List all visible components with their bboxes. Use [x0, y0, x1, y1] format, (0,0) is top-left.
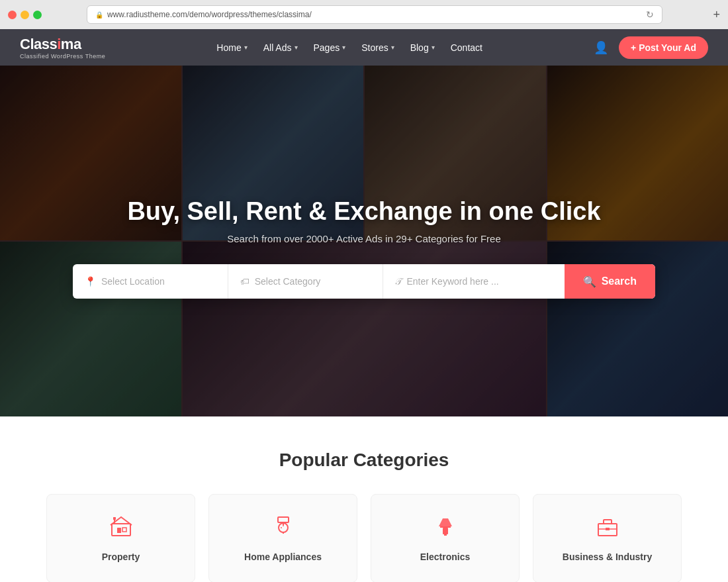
category-field[interactable]: 🏷 Select Category — [228, 264, 384, 299]
svg-rect-1 — [117, 528, 121, 533]
svg-rect-17 — [606, 528, 610, 530]
hero-title: Buy, Sell, Rent & Exchange in one Click — [127, 197, 600, 227]
svg-rect-15 — [604, 520, 612, 524]
dot-green[interactable] — [33, 11, 42, 19]
property-icon — [109, 514, 133, 544]
section-title: Popular Categories — [20, 450, 708, 471]
appliances-label: Home Appliances — [244, 552, 322, 562]
category-property[interactable]: Property — [46, 494, 195, 582]
category-business[interactable]: Business & Industry — [533, 494, 682, 582]
post-ad-button[interactable]: + Post Your Ad — [619, 36, 708, 59]
appliances-icon — [271, 514, 295, 544]
refresh-button[interactable]: ↻ — [646, 9, 654, 20]
chevron-icon: ▾ — [295, 44, 298, 51]
nav-home[interactable]: Home ▾ — [216, 42, 247, 53]
lock-icon: 🔒 — [95, 11, 103, 19]
logo[interactable]: Classima Classified WordPress Theme — [20, 36, 105, 60]
property-label: Property — [102, 552, 140, 562]
keyword-icon: 𝒯 — [395, 276, 401, 287]
address-bar[interactable]: 🔒 www.radiustheme.com/demo/wordpress/the… — [87, 5, 662, 24]
user-icon[interactable]: 👤 — [594, 40, 608, 55]
electronics-label: Electronics — [420, 552, 470, 562]
logo-tagline: Classified WordPress Theme — [20, 53, 105, 60]
svg-rect-2 — [122, 528, 126, 532]
svg-rect-13 — [444, 534, 447, 536]
business-icon — [596, 514, 619, 544]
nav-contact[interactable]: Contact — [451, 42, 482, 53]
search-bar: 📍 Select Location 🏷 Select Category 𝒯 🔍 … — [73, 264, 655, 299]
category-electronics[interactable]: Electronics — [371, 494, 520, 582]
svg-rect-12 — [443, 528, 448, 534]
category-placeholder: Select Category — [255, 276, 321, 287]
location-icon: 📍 — [85, 276, 96, 287]
browser-chrome: 🔒 www.radiustheme.com/demo/wordpress/the… — [0, 0, 728, 24]
location-placeholder: Select Location — [101, 276, 165, 287]
dot-yellow[interactable] — [21, 11, 29, 19]
nav-pages[interactable]: Pages ▾ — [314, 42, 346, 53]
svg-rect-11 — [440, 526, 451, 528]
business-label: Business & Industry — [563, 552, 652, 562]
svg-rect-5 — [278, 517, 289, 522]
nav-blog[interactable]: Blog ▾ — [410, 42, 435, 53]
browser-titlebar: 🔒 www.radiustheme.com/demo/wordpress/the… — [8, 5, 720, 24]
electronics-icon — [433, 514, 457, 544]
dot-red[interactable] — [8, 11, 17, 19]
website: Classima Classified WordPress Theme Home… — [0, 29, 728, 582]
search-label: Search — [602, 275, 637, 287]
keyword-input[interactable] — [406, 276, 552, 287]
url-text: www.radiustheme.com/demo/wordpress/theme… — [107, 10, 312, 19]
categories-grid: Property Home Appliances — [46, 494, 682, 582]
nav-all-ads[interactable]: All Ads ▾ — [263, 42, 298, 53]
nav-stores[interactable]: Stores ▾ — [361, 42, 394, 53]
location-field[interactable]: 📍 Select Location — [73, 264, 228, 299]
hero-overlay: Buy, Sell, Rent & Exchange in one Click … — [0, 66, 728, 416]
logo-name: Classima — [20, 36, 105, 53]
chevron-icon: ▾ — [244, 44, 248, 51]
nav-links: Home ▾ All Ads ▾ Pages ▾ Stores ▾ Blog ▾… — [216, 42, 482, 53]
navbar: Classima Classified WordPress Theme Home… — [0, 29, 728, 66]
browser-dots — [8, 11, 42, 19]
chevron-icon: ▾ — [391, 44, 394, 51]
search-button[interactable]: 🔍 Search — [565, 264, 655, 299]
keyword-field[interactable]: 𝒯 — [383, 264, 564, 299]
chevron-icon: ▾ — [432, 44, 435, 51]
category-home-appliances[interactable]: Home Appliances — [208, 494, 357, 582]
chevron-icon: ▾ — [342, 44, 345, 51]
hero-section: Buy, Sell, Rent & Exchange in one Click … — [0, 66, 728, 416]
category-icon: 🏷 — [240, 276, 250, 287]
search-icon: 🔍 — [583, 275, 596, 288]
hero-subtitle: Search from over 2000+ Active Ads in 29+… — [227, 233, 501, 244]
svg-rect-4 — [113, 517, 116, 520]
categories-section: Popular Categories Property — [0, 416, 728, 582]
new-tab-button[interactable]: + — [713, 8, 720, 22]
